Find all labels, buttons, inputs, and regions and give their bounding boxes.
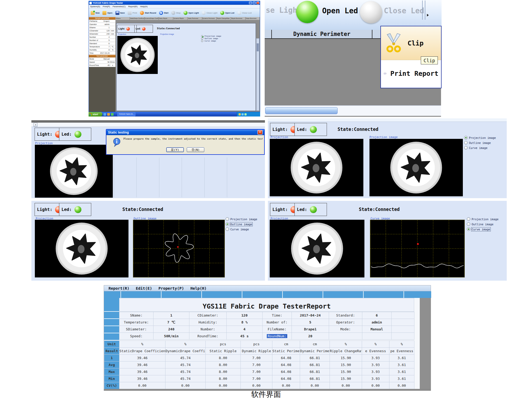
scrollbar-thumb[interactable] <box>265 107 338 114</box>
tray-icon[interactable] <box>239 113 241 115</box>
radio-option[interactable]: Projection image <box>201 35 221 37</box>
dialog-close-button[interactable]: × <box>257 130 263 135</box>
outline-graphic <box>133 220 225 277</box>
radio-option[interactable]: Projection image <box>467 217 498 221</box>
tray-icon[interactable] <box>242 113 244 115</box>
taskbar-task-button[interactable]: YGS11E Fabric Dr... <box>117 112 135 116</box>
radio-option[interactable]: Projection image <box>226 217 257 221</box>
toolbar-button[interactable]: Start <box>158 9 169 16</box>
led-label: Led: <box>61 132 72 137</box>
radio-option[interactable]: Outline image <box>226 222 257 226</box>
minimize-button[interactable] <box>249 2 252 4</box>
radio-option[interactable]: Projection image <box>464 136 496 139</box>
toolbar-button[interactable]: Print <box>127 9 138 16</box>
report-menu-item[interactable]: Help(H) <box>190 286 207 290</box>
report-cell: 0.00 <box>330 382 362 389</box>
open-led-ball-icon[interactable] <box>296 1 318 23</box>
start-button-label: start <box>93 113 98 116</box>
param-label: Speed <box>89 61 107 63</box>
param-row[interactable]: FileName Drape1 <box>89 20 115 23</box>
param-row[interactable]: Humidity 8 % <box>89 48 115 52</box>
report-menu-item[interactable]: Property(P) <box>159 286 184 290</box>
param-row[interactable]: SName 1 <box>89 26 115 29</box>
toolbar-button-label: Open Light <box>188 12 199 14</box>
param-row[interactable]: Operator admin <box>89 23 115 26</box>
toolbar-fragment: se Light Open Led Close Led Dynamic Peri… <box>265 0 442 117</box>
report-cell: 0.00 <box>362 382 389 389</box>
yes-button[interactable]: 是(Y) <box>166 147 184 152</box>
quicklaunch-icon[interactable] <box>107 113 110 116</box>
param-row[interactable]: CDiameter 120 mm <box>89 29 115 32</box>
menu-item[interactable]: Print(P) <box>103 5 110 8</box>
toolbar-overflow-arrow-icon[interactable] <box>427 14 429 16</box>
no-button[interactable]: 否(N) <box>187 147 204 152</box>
quicklaunch-icon[interactable] <box>103 113 106 116</box>
column-header-dynamic-perimeter: Dynamic Perimeter <box>272 30 372 39</box>
report-menu-item[interactable]: Report(R) <box>109 286 130 290</box>
radio-option[interactable]: Outline image <box>201 38 221 40</box>
toolbar-button-label: Start <box>164 12 168 14</box>
report-cell <box>392 319 414 326</box>
menu-item[interactable]: System(S) <box>90 5 100 8</box>
horizontal-scrollbar[interactable] <box>265 105 441 117</box>
context-menu-item-clip[interactable]: Clip <box>381 26 441 60</box>
toolbar-button-label: Start Round <box>145 12 156 14</box>
dialog-title-bar: Static testing × <box>106 130 264 135</box>
radio-label: Outline image <box>205 38 218 40</box>
toolbar-button[interactable]: Stop <box>170 9 182 16</box>
report-cell: 6 <box>362 312 392 319</box>
connection-state: State:Connected <box>122 207 163 212</box>
radio-option[interactable]: Outline image <box>467 222 498 226</box>
maximize-button[interactable] <box>253 2 256 4</box>
drape-projection-graphic <box>117 36 158 74</box>
report-cell: 15.90 <box>330 361 362 368</box>
close-led-button[interactable]: Close Led <box>384 6 424 15</box>
drape-projection-graphic <box>270 220 364 277</box>
results-column-header: StaticDrape Coefficient <box>130 17 144 20</box>
toolbar-button[interactable]: Open Led <box>219 9 235 16</box>
close-button[interactable] <box>256 2 259 4</box>
quicklaunch-icon[interactable] <box>111 113 114 116</box>
param-row[interactable]: RoundTime 45 s <box>89 64 115 67</box>
param-row[interactable]: Mode Manual <box>89 57 115 61</box>
toolbar-button-icon <box>102 11 106 15</box>
toolbar-button[interactable]: Close Light <box>201 9 218 16</box>
report-cell: 1 <box>153 312 189 319</box>
scroll-left-button[interactable]: ◂ <box>34 123 38 127</box>
radio-option[interactable]: Curve image <box>464 146 496 149</box>
toolbar-button[interactable]: Save <box>114 9 126 16</box>
radio-option[interactable]: Curve image <box>226 227 257 231</box>
report-cell: 3.93 <box>362 361 389 368</box>
radio-label: Projection image <box>472 218 498 221</box>
menu-item[interactable]: Parameter(C) <box>113 5 125 8</box>
radio-label: Curve image <box>469 146 488 149</box>
toolbar-button[interactable]: Open Light <box>182 9 200 16</box>
radio-option[interactable]: Curve image <box>467 227 498 231</box>
open-led-button[interactable]: Open Led <box>322 6 358 15</box>
toolbar-button[interactable]: Close Led <box>236 9 253 16</box>
radio-option[interactable]: Curve image <box>201 40 221 42</box>
param-unit: s <box>110 64 115 66</box>
param-row[interactable]: Standard 6 <box>89 42 115 45</box>
tray-icon[interactable] <box>244 113 247 115</box>
vertical-scrollbar[interactable] <box>256 38 259 111</box>
param-row[interactable]: Time 2017-04-24 <box>89 52 115 55</box>
toolbar-button[interactable]: Start Round <box>139 9 157 16</box>
radio-option[interactable]: Outline image <box>464 141 496 144</box>
roundnum-selection[interactable]: RoundNum: <box>267 334 287 338</box>
report-cell: 2017-04-24 <box>292 312 329 319</box>
toolbar-button[interactable]: New <box>90 9 101 16</box>
param-row[interactable]: Speed 50 R/min <box>89 61 115 64</box>
app-icon <box>89 2 92 4</box>
menu-item[interactable]: Report(R) <box>128 5 138 8</box>
menu-item[interactable]: Help(H) <box>140 5 148 8</box>
report-cell: 66.81 <box>300 375 330 382</box>
param-row[interactable]: Temperature 7 ℃ <box>89 45 115 48</box>
param-row[interactable]: Number 4 <box>89 36 115 39</box>
toolbar-button[interactable]: Open <box>101 9 113 16</box>
param-row[interactable]: SDiameter 240 mm <box>89 32 115 36</box>
param-row[interactable]: Number of 5 <box>89 39 115 42</box>
close-led-ball-icon[interactable] <box>360 1 382 23</box>
report-menu-item[interactable]: Edit(E) <box>136 286 152 290</box>
start-button[interactable]: start <box>89 112 102 117</box>
